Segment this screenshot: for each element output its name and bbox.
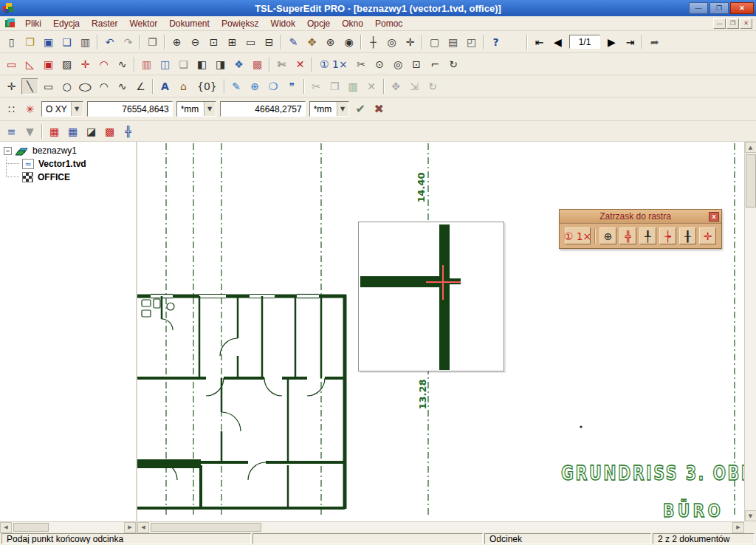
raster-hatch[interactable]: ▨ [58,56,75,72]
redo[interactable]: ↷ [120,34,137,50]
raster-mirror-v[interactable]: ◨ [212,56,229,72]
layer-properties[interactable]: ≡ [3,123,20,140]
polyline-tool[interactable]: ∿ [114,78,131,95]
attribute-tool[interactable]: {0} [193,78,221,95]
mdi-minimize-button[interactable]: — [713,18,726,29]
mdi-restore-button[interactable]: ❐ [726,18,739,29]
zoom-previous[interactable]: ⊟ [261,34,278,50]
zoom-all[interactable]: ⊞ [224,34,241,50]
snap-top-node[interactable]: ╀ [639,227,656,244]
snap-panel-close-button[interactable]: x [709,212,719,222]
save[interactable]: ▣ [40,34,57,50]
measure-tool[interactable]: ⊕ [247,78,264,95]
scroll-left-arrow[interactable]: ◀ [0,522,12,533]
raster-cross[interactable]: ✛ [77,56,94,72]
menu-edycja[interactable]: Edycja [47,16,86,30]
zoom-out[interactable]: ⊖ [187,34,204,50]
child-window-icon[interactable] [4,18,16,30]
menu-powiększ[interactable]: Powiększ [216,16,265,30]
snap-scale-1x[interactable]: ① 1× [565,227,591,244]
tree-item-raster[interactable]: OFFICE [1,171,134,184]
open-folder[interactable]: ❒ [21,34,38,50]
scroll-thumb[interactable] [151,523,261,532]
y-unit-combo[interactable]: *mm ▼ [309,101,349,117]
layer-dropdown[interactable]: ▼ [21,123,38,140]
scroll-down-arrow[interactable]: ▼ [745,510,756,521]
menu-wektor[interactable]: Wektor [123,16,163,30]
minimize-button[interactable]: — [689,2,708,14]
raster-select-rect[interactable]: ▭ [3,56,20,72]
raster-arc[interactable]: ◠ [95,56,112,72]
scroll-thumb[interactable] [13,523,49,532]
menu-raster[interactable]: Raster [86,16,123,30]
maximize-button[interactable]: ❐ [709,2,729,14]
raster-select-polygon[interactable]: ◺ [21,56,38,72]
menu-dokument[interactable]: Dokument [163,16,216,30]
tree-horizontal-scrollbar[interactable]: ◀ ▶ [0,521,136,532]
grid-delete[interactable]: ▩ [101,123,118,140]
raster-copy-area[interactable]: ◫ [157,56,173,72]
raster-paste[interactable]: ▩ [249,56,266,72]
snap-relative[interactable]: ∷ [3,101,20,117]
rotate-selection[interactable]: ↻ [425,78,441,95]
scroll-right-arrow[interactable]: ▶ [124,522,136,533]
tree-item-document[interactable]: − beznazwy1 [1,144,134,157]
raster-stamp[interactable]: ❏ [175,56,192,72]
rectangle-tool[interactable]: ▭ [40,78,57,95]
snap-panel-header[interactable]: Zatrzask do rastra x [560,210,721,224]
page-first-button[interactable]: ⇤ [531,34,548,50]
snap-center-circle[interactable]: ◎ [390,56,407,72]
menu-widok[interactable]: Widok [265,16,301,30]
x-unit-combo[interactable]: *mm ▼ [176,101,216,117]
zoom-in[interactable]: ⊕ [168,34,185,50]
raster-crop[interactable]: ▣ [40,56,57,72]
undo[interactable]: ↶ [101,34,118,50]
mdi-close-button[interactable]: ✕ [740,18,752,29]
zoom-page[interactable]: ▭ [242,34,259,50]
snap-circle[interactable]: ⊙ [371,56,388,72]
scroll-left-arrow[interactable]: ◀ [137,522,149,533]
save-all[interactable]: ❏ [58,34,75,50]
y-coordinate-input[interactable] [220,101,306,117]
close-button[interactable]: ✕ [730,2,754,14]
page-next-button[interactable]: ▶ [603,34,620,50]
raster-wave[interactable]: ∿ [114,56,131,72]
context-help[interactable]: ? [487,34,504,50]
pan-tool[interactable]: ✥ [303,34,320,50]
raster-cut[interactable]: ✄ [273,56,290,72]
chevron-down-icon[interactable]: ▼ [337,102,348,116]
info-scale-1x[interactable]: ① 1× [316,56,351,72]
zoom-dynamic[interactable]: ⊛ [322,34,339,50]
frame-box[interactable]: ⊡ [408,56,425,72]
snap-point-tool[interactable]: ✛ [3,78,20,95]
menu-pomoc[interactable]: Pomoc [369,16,408,30]
angle-tool[interactable]: ∠ [132,78,149,95]
grid-invert[interactable]: ◪ [83,123,100,140]
snap-nearest-point[interactable]: ✛ [699,227,716,244]
arc-tool[interactable]: ◠ [95,78,112,95]
center-target[interactable]: ◎ [383,34,400,50]
magnifier-window-toggle[interactable]: ◉ [340,34,357,50]
menu-pliki[interactable]: Pliki [19,16,47,30]
line-tool[interactable]: ╲ [21,78,38,95]
scan-import[interactable]: ▥ [77,34,94,50]
grid-merge[interactable]: ╬ [120,123,137,140]
raster-delete[interactable]: ✕ [292,56,309,72]
grid-red-edit[interactable]: ▦ [46,123,63,140]
drawing-canvas[interactable]: 14.40 13.28 Zatrzask do rastra [137,142,744,521]
raster-paste-buffer[interactable]: ▥ [138,56,155,72]
snap-cross-node[interactable]: ╂ [679,227,696,244]
move-selection[interactable]: ✥ [388,78,405,95]
crosshair-toggle[interactable]: ┼ [365,34,382,50]
coordinate-mode-combo[interactable]: O XY ▼ [41,101,83,117]
ellipse-tool[interactable]: ○ [77,78,94,95]
balloon-tool[interactable]: ❍ [265,78,282,95]
symbol-tool[interactable]: ⌂ [175,78,192,95]
page-last-button[interactable]: ⇥ [622,34,639,50]
text-tool[interactable]: A [157,78,173,95]
print-preview[interactable]: ◰ [463,34,480,50]
snap-grid-node[interactable]: ╬ [619,227,636,244]
menu-opcje[interactable]: Opcje [301,16,336,30]
chevron-down-icon[interactable]: ▼ [71,102,83,116]
delete[interactable]: ✕ [363,78,380,95]
